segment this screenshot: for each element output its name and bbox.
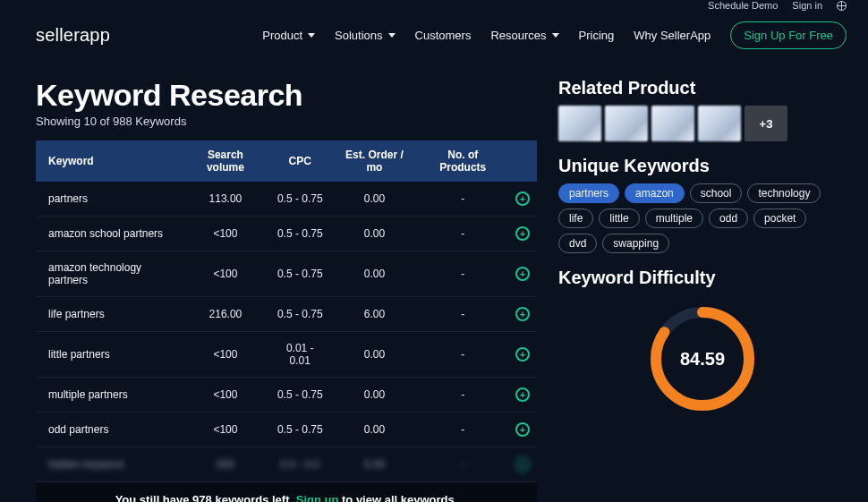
nav-solutions-label: Solutions	[335, 29, 382, 42]
table-footer: You still have 978 keywords left. Sign u…	[36, 482, 537, 502]
table-row: odd partners<1000.5 - 0.750.00-+	[36, 413, 537, 447]
add-keyword-button[interactable]: +	[515, 191, 530, 206]
nav-resources-label: Resources	[490, 29, 546, 42]
difficulty-value: 84.59	[644, 301, 761, 417]
main-nav: Product Solutions Customers Resources Pr…	[262, 21, 847, 49]
cell-action: +	[508, 413, 537, 447]
cell-volume: <100	[183, 378, 269, 413]
keyword-chip[interactable]: swapping	[602, 234, 669, 253]
nav-customers-label: Customers	[415, 29, 472, 42]
related-thumb[interactable]	[558, 106, 601, 141]
related-thumb[interactable]	[651, 106, 694, 141]
related-title: Related Product	[558, 78, 847, 98]
cell-cpc: 0.0 - 0.0	[268, 447, 331, 482]
brand-logo[interactable]: sellerapp	[36, 25, 110, 46]
footer-text-post: to view all keywords.	[338, 493, 457, 502]
sign-in-link[interactable]: Sign in	[792, 0, 822, 11]
cell-action: +	[508, 378, 537, 413]
th-actions	[508, 140, 537, 182]
nav-resources[interactable]: Resources	[490, 29, 558, 42]
cell-products: -	[418, 182, 508, 217]
cell-products: -	[418, 297, 508, 332]
cell-keyword: life partners	[36, 297, 183, 332]
cell-products: -	[418, 332, 508, 378]
keyword-chip[interactable]: pocket	[753, 208, 806, 228]
related-thumb[interactable]	[698, 106, 741, 141]
keyword-chip[interactable]: partners	[558, 183, 619, 203]
cell-products: -	[418, 217, 508, 251]
unique-keywords-panel: Unique Keywords partnersamazonschooltech…	[558, 156, 847, 253]
nav-pricing[interactable]: Pricing	[579, 29, 615, 42]
keyword-chip[interactable]: life	[558, 208, 593, 228]
cell-products: -	[418, 251, 508, 297]
add-keyword-button[interactable]: +	[515, 387, 530, 402]
globe-icon[interactable]	[837, 1, 847, 11]
footer-signup-link[interactable]: Sign up	[296, 493, 339, 502]
nav-pricing-label: Pricing	[579, 29, 615, 42]
nav-customers[interactable]: Customers	[415, 29, 472, 42]
add-keyword-button[interactable]: +	[515, 307, 530, 321]
cell-keyword: hidden keyword	[36, 447, 183, 482]
keyword-chip[interactable]: school	[690, 183, 743, 203]
cell-keyword: amazon technology partners	[36, 251, 183, 297]
cell-volume: <100	[183, 332, 269, 378]
add-keyword-button[interactable]: +	[515, 267, 530, 281]
table-row: partners113.000.5 - 0.750.00-+	[36, 182, 537, 217]
cell-order: 6.00	[331, 297, 417, 332]
th-order: Est. Order / mo	[331, 140, 417, 182]
cell-keyword: odd partners	[36, 413, 183, 447]
table-row: amazon technology partners<1000.5 - 0.75…	[36, 251, 537, 297]
cell-volume: 000	[183, 447, 269, 482]
keyword-chip[interactable]: little	[599, 208, 639, 228]
cell-cpc: 0.5 - 0.75	[268, 378, 331, 413]
cell-action: +	[508, 217, 537, 251]
cell-keyword: little partners	[36, 332, 183, 378]
footer-text-pre: You still have 978 keywords left.	[115, 493, 296, 502]
cell-volume: <100	[183, 217, 269, 251]
th-keyword: Keyword	[36, 140, 183, 182]
keyword-chip[interactable]: amazon	[625, 183, 685, 203]
brand-part-a: seller	[36, 25, 80, 45]
keyword-chip[interactable]: multiple	[645, 208, 703, 228]
cell-action: +	[508, 447, 537, 482]
add-keyword-button[interactable]: +	[515, 422, 530, 437]
schedule-demo-link[interactable]: Schedule Demo	[708, 0, 778, 11]
cell-cpc: 0.5 - 0.75	[268, 217, 331, 251]
cell-products: -	[418, 378, 508, 413]
page-subtitle: Showing 10 of 988 Keywords	[36, 115, 537, 128]
chevron-down-icon	[388, 33, 396, 38]
cell-order: 0.00	[331, 378, 417, 413]
cell-action: +	[508, 297, 537, 332]
cell-products: -	[418, 447, 508, 482]
cell-products: -	[418, 413, 508, 447]
keyword-table: Keyword Search volume CPC Est. Order / m…	[36, 140, 537, 482]
cell-order: 0.00	[331, 413, 417, 447]
cell-volume: <100	[183, 413, 269, 447]
keyword-difficulty-panel: Keyword Difficulty 84.59	[558, 268, 847, 417]
keyword-chip[interactable]: dvd	[558, 234, 597, 253]
chevron-down-icon	[552, 33, 559, 38]
add-keyword-button[interactable]: +	[515, 226, 530, 241]
cell-action: +	[508, 332, 537, 378]
cell-order: 0.00	[331, 447, 417, 482]
chevron-down-icon	[308, 33, 315, 38]
cell-order: 0.00	[331, 182, 417, 217]
th-products: No. of Products	[418, 140, 508, 182]
related-thumb-more[interactable]: +3	[745, 106, 787, 141]
nav-why[interactable]: Why SellerApp	[634, 29, 711, 42]
cell-order: 0.00	[331, 251, 417, 297]
add-keyword-button[interactable]: +	[515, 457, 530, 472]
cell-keyword: multiple partners	[36, 378, 183, 413]
nav-product[interactable]: Product	[262, 29, 315, 42]
related-product-panel: Related Product +3	[558, 78, 847, 141]
signup-button[interactable]: Sign Up For Free	[730, 21, 847, 49]
cell-cpc: 0.01 - 0.01	[268, 332, 331, 378]
page-title: Keyword Research	[36, 78, 537, 113]
add-keyword-button[interactable]: +	[515, 347, 530, 362]
difficulty-gauge: 84.59	[644, 301, 761, 417]
related-thumb[interactable]	[605, 106, 648, 141]
nav-solutions[interactable]: Solutions	[335, 29, 395, 42]
keyword-chip[interactable]: technology	[747, 183, 821, 203]
difficulty-title: Keyword Difficulty	[558, 268, 847, 288]
keyword-chip[interactable]: odd	[709, 208, 748, 228]
